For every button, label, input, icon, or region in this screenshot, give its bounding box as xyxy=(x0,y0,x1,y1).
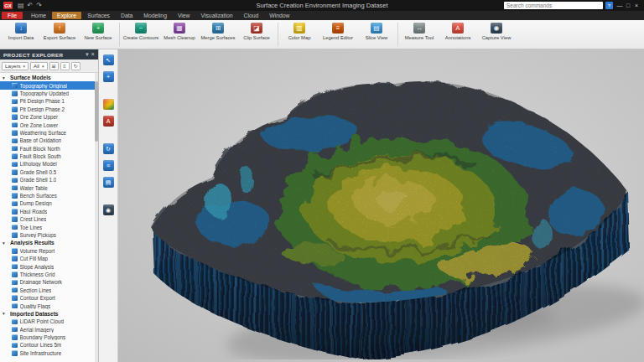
tree-item[interactable]: Lithology Model xyxy=(0,160,98,168)
tree-item[interactable]: Slope Analysis xyxy=(0,262,98,270)
tree-item[interactable]: Ore Zone Lower xyxy=(0,121,98,128)
tree-item[interactable]: Crest Lines xyxy=(0,215,98,223)
help-icon[interactable]: ? xyxy=(605,2,613,9)
tab-modeling[interactable]: Modeling xyxy=(138,12,172,19)
tab-view[interactable]: View xyxy=(173,12,195,19)
slice-tool-icon[interactable]: ▤ xyxy=(103,177,114,188)
tree-item[interactable]: Contour Export xyxy=(0,294,98,302)
ribbon-capture-view[interactable]: ◉Capture View xyxy=(477,21,516,48)
new-surface-icon: + xyxy=(92,23,104,34)
ribbon-button-label: Import Data xyxy=(3,35,39,40)
tree-scrollbar[interactable] xyxy=(95,73,98,362)
ribbon-merge-surfaces[interactable]: ⊞Merge Surfaces xyxy=(199,21,237,48)
tree-item[interactable]: Cut Fill Map xyxy=(0,255,98,262)
tree-item[interactable]: Toe Lines xyxy=(0,223,98,230)
grid-view-icon[interactable]: ⊞ xyxy=(49,62,59,70)
minimize-button[interactable]: — xyxy=(615,3,624,8)
tree-item[interactable]: Drainage Network xyxy=(0,278,98,286)
tree-group[interactable]: ▾Analysis Results xyxy=(0,239,98,246)
tree-item[interactable]: Survey Pickups xyxy=(0,231,98,239)
file-icon xyxy=(12,350,18,356)
close-panel-icon[interactable]: × xyxy=(91,51,95,58)
cursor-tool-icon[interactable]: ↖ xyxy=(103,54,114,65)
tab-visualization[interactable]: Visualization xyxy=(196,12,238,19)
tree-item-label: Ore Zone Upper xyxy=(20,114,59,120)
file-icon xyxy=(12,264,18,270)
tree-item[interactable]: Pit Design Phase 2 xyxy=(0,106,98,113)
tree-item[interactable]: Volume Report xyxy=(0,247,98,255)
ribbon-clip-surface[interactable]: ◪Clip Surface xyxy=(237,21,276,48)
slice-icon: ▤ xyxy=(371,23,382,34)
maximize-button[interactable]: □ xyxy=(624,3,632,8)
caret-icon: ▾ xyxy=(3,75,8,80)
tree-item[interactable]: Quality Flags xyxy=(0,302,98,309)
camera-tool-icon[interactable]: ◉ xyxy=(103,204,114,215)
layers-tool-icon[interactable]: ≡ xyxy=(103,160,114,171)
tree-item[interactable]: Section Lines xyxy=(0,287,98,294)
tab-cloud[interactable]: Cloud xyxy=(239,12,264,19)
save-icon[interactable]: ▤ xyxy=(18,2,24,10)
tree-item[interactable]: Contour Lines 5m xyxy=(0,341,98,349)
redo-icon[interactable]: ↷ xyxy=(36,2,42,10)
close-button[interactable]: × xyxy=(632,3,641,8)
tree-item[interactable]: Bench Surfaces xyxy=(0,192,98,199)
tab-data[interactable]: Data xyxy=(116,12,138,19)
file-menu-button[interactable]: File xyxy=(2,12,23,19)
tree-item[interactable]: Haul Roads xyxy=(0,208,98,215)
tree-item[interactable]: Weathering Surface xyxy=(0,129,98,137)
ribbon-color-map[interactable]: ▥Color Map xyxy=(280,21,319,48)
tree-group[interactable]: ▾Imported Datasets xyxy=(0,310,98,318)
panel-title: PROJECT EXPLORER xyxy=(3,52,63,58)
tree-item[interactable]: Grade Shell 1.0 xyxy=(0,176,98,184)
tree-item[interactable]: Topography Updated xyxy=(0,90,98,97)
ribbon-legend-editor[interactable]: ≡Legend Editor xyxy=(319,21,357,48)
layers-dropdown[interactable]: Layers ▾ xyxy=(2,62,29,70)
ribbon-create-contours[interactable]: ~Create Contours xyxy=(122,21,160,48)
text-label-tool-icon[interactable]: A xyxy=(103,116,114,127)
tree-item-label: Cut Fill Map xyxy=(20,256,49,261)
ribbon-mesh-cleanup[interactable]: ▦Mesh Cleanup xyxy=(160,21,199,48)
ribbon-annotations[interactable]: AAnnotations xyxy=(439,21,477,48)
tree-item[interactable]: Thickness Grid xyxy=(0,271,98,278)
ribbon-import-data[interactable]: ↓Import Data xyxy=(2,21,40,48)
tree-item[interactable]: Boundary Polygons xyxy=(0,334,98,341)
tree-item-label: Fault Block North xyxy=(20,146,60,152)
collapse-all-icon[interactable]: ▾ xyxy=(86,51,89,58)
tree-item[interactable]: Fault Block North xyxy=(0,145,98,153)
tree-scrollbar-thumb[interactable] xyxy=(95,81,98,142)
tab-home[interactable]: Home xyxy=(26,12,51,19)
tree-item[interactable]: Grade Shell 0.5 xyxy=(0,168,98,176)
ribbon-button-label: Create Contours xyxy=(122,35,159,40)
palette-tool-icon[interactable] xyxy=(103,99,114,110)
ribbon-new-surface[interactable]: +New Surface xyxy=(79,21,117,48)
rotate-tool-icon[interactable]: ↻ xyxy=(103,143,114,154)
ribbon-measure-tool[interactable]: ↔Measure Tool xyxy=(400,21,439,48)
tree-item[interactable]: Fault Block South xyxy=(0,153,98,160)
tree-item[interactable]: Site Infrastructure xyxy=(0,349,98,357)
tree-item[interactable]: LiDAR Point Cloud xyxy=(0,318,98,325)
tree-item[interactable]: Water Table xyxy=(0,184,98,191)
ribbon-slice-view[interactable]: ▤Slice View xyxy=(357,21,396,48)
3d-viewport[interactable] xyxy=(118,49,644,362)
ribbon-button-label: Legend Editor xyxy=(319,35,356,40)
search-input[interactable] xyxy=(504,2,603,9)
refresh-icon[interactable]: ↻ xyxy=(71,62,80,70)
tree-item[interactable]: Dump Design xyxy=(0,199,98,207)
tree-item[interactable]: Base of Oxidation xyxy=(0,137,98,144)
tab-explore[interactable]: Explore xyxy=(52,12,81,19)
file-icon xyxy=(12,90,18,96)
terrain-3d-model[interactable] xyxy=(118,54,644,359)
tree-item-label: Surface Models xyxy=(10,75,51,80)
tab-window[interactable]: Window xyxy=(264,12,294,19)
ribbon-export-surface[interactable]: ↑Export Surface xyxy=(40,21,79,48)
tree-item[interactable]: Topography Original xyxy=(0,81,98,89)
pan-tool-icon[interactable]: + xyxy=(103,71,114,82)
list-view-icon[interactable]: ≡ xyxy=(60,62,70,70)
undo-icon[interactable]: ↶ xyxy=(28,2,34,10)
tab-surfaces[interactable]: Surfaces xyxy=(82,12,115,19)
tree-group[interactable]: ▾Surface Models xyxy=(0,74,98,81)
tree-item[interactable]: Ore Zone Upper xyxy=(0,113,98,121)
filter-dropdown[interactable]: All ▾ xyxy=(30,62,47,70)
tree-item[interactable]: Aerial Imagery xyxy=(0,326,98,334)
tree-item[interactable]: Pit Design Phase 1 xyxy=(0,97,98,105)
